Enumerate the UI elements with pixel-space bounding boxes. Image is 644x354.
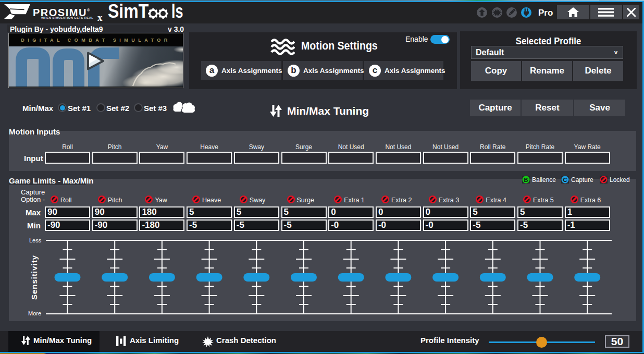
svg-text:B: B [524,177,528,183]
svg-text:C: C [563,177,567,183]
